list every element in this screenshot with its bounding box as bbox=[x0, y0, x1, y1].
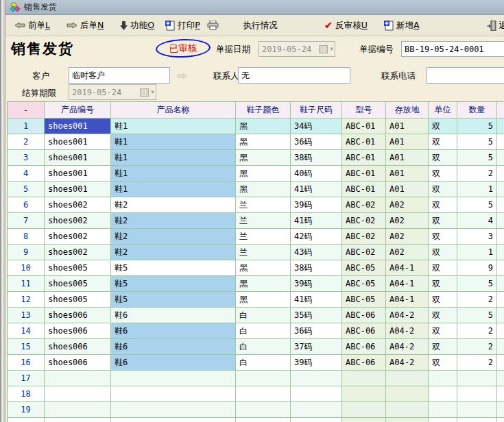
table-cell-size[interactable] bbox=[291, 402, 342, 418]
column-header-size[interactable]: 鞋子尺码 bbox=[291, 102, 342, 119]
table-cell-qty[interactable]: 2 bbox=[457, 339, 497, 355]
table-cell-size[interactable]: 41码 bbox=[291, 182, 342, 197]
table-cell-loc[interactable]: A01 bbox=[386, 150, 429, 166]
table-cell-size[interactable] bbox=[291, 418, 342, 422]
table-cell-model[interactable] bbox=[342, 418, 386, 422]
table-cell-price[interactable] bbox=[497, 371, 504, 386]
table-cell-color[interactable]: 白 bbox=[236, 339, 291, 355]
table-cell-price[interactable] bbox=[497, 245, 504, 260]
table-cell-color[interactable]: 兰 bbox=[236, 197, 291, 213]
table-cell-unit[interactable]: 双 bbox=[429, 276, 457, 292]
column-header-loc[interactable]: 存放地 bbox=[386, 102, 429, 119]
table-cell-num[interactable]: 11 bbox=[8, 276, 45, 292]
table-cell-name[interactable]: 鞋1 bbox=[111, 166, 236, 182]
column-header-code[interactable]: 产品编号 bbox=[45, 102, 111, 119]
table-cell-model[interactable]: ABC-02 bbox=[342, 245, 386, 260]
table-cell-price[interactable] bbox=[497, 292, 504, 308]
table-cell-size[interactable]: 37码 bbox=[291, 339, 342, 355]
table-cell-color[interactable] bbox=[236, 418, 291, 422]
table-cell-color[interactable]: 黑 bbox=[236, 260, 291, 276]
print-button[interactable]: 打印P bbox=[162, 17, 204, 34]
table-cell-code[interactable]: shoes002 bbox=[45, 245, 111, 260]
table-cell-color[interactable] bbox=[236, 371, 291, 386]
table-cell-unit[interactable]: 双 bbox=[429, 323, 457, 339]
table-cell-model[interactable]: ABC-05 bbox=[342, 276, 386, 292]
phone-field[interactable] bbox=[427, 67, 504, 84]
table-cell-unit[interactable]: 双 bbox=[429, 166, 457, 182]
table-cell-qty[interactable]: 1 bbox=[457, 245, 497, 260]
customer-field[interactable]: 临时客户 bbox=[69, 67, 170, 84]
table-cell-loc[interactable]: A04-1 bbox=[386, 292, 429, 308]
picker-hand-icon[interactable] bbox=[177, 72, 188, 79]
table-cell-name[interactable]: 鞋2 bbox=[111, 245, 236, 260]
table-cell-price[interactable] bbox=[497, 229, 504, 245]
table-cell-model[interactable]: ABC-01 bbox=[342, 134, 386, 150]
table-cell-model[interactable]: ABC-02 bbox=[342, 213, 386, 229]
table-cell-qty[interactable]: 2 bbox=[457, 292, 497, 308]
table-cell-loc[interactable]: A02 bbox=[386, 213, 429, 229]
table-cell-qty[interactable] bbox=[457, 371, 497, 386]
functions-button[interactable]: 功能O bbox=[117, 17, 158, 34]
table-cell-code[interactable]: shoes001 bbox=[45, 119, 111, 134]
table-cell-qty[interactable] bbox=[457, 386, 497, 402]
table-cell-unit[interactable]: 双 bbox=[429, 229, 457, 245]
table-cell-size[interactable]: 36码 bbox=[291, 323, 342, 339]
table-cell-qty[interactable]: 4 bbox=[457, 213, 497, 229]
table-cell-qty[interactable]: 5 bbox=[457, 134, 497, 150]
table-cell-code[interactable]: shoes006 bbox=[45, 355, 111, 371]
table-cell-size[interactable]: 39码 bbox=[291, 197, 342, 213]
table-cell-code[interactable]: shoes001 bbox=[45, 150, 111, 166]
table-cell-qty[interactable]: 2 bbox=[457, 355, 497, 371]
table-cell-code[interactable] bbox=[45, 418, 111, 422]
table-cell-qty[interactable] bbox=[457, 418, 497, 422]
table-cell-num[interactable]: 18 bbox=[8, 386, 45, 402]
column-header-model[interactable]: 型号 bbox=[342, 102, 386, 119]
table-cell-price[interactable] bbox=[497, 213, 504, 229]
table-cell-color[interactable]: 兰 bbox=[236, 213, 291, 229]
table-cell-qty[interactable]: 5 bbox=[457, 119, 497, 134]
table-cell-num[interactable]: 3 bbox=[8, 150, 45, 166]
table-cell-color[interactable]: 黑 bbox=[236, 292, 291, 308]
table-cell-name[interactable]: 鞋5 bbox=[111, 276, 236, 292]
table-cell-size[interactable]: 38码 bbox=[291, 150, 342, 166]
table-cell-size[interactable]: 41码 bbox=[291, 213, 342, 229]
table-cell-price[interactable] bbox=[497, 134, 504, 150]
table-cell-qty[interactable]: 1 bbox=[457, 182, 497, 197]
table-cell-qty[interactable]: 9 bbox=[457, 260, 497, 276]
column-header-unit[interactable]: 单位 bbox=[429, 102, 457, 119]
table-cell-color[interactable]: 白 bbox=[236, 308, 291, 323]
table-cell-num[interactable]: 6 bbox=[8, 197, 45, 213]
table-cell-model[interactable]: ABC-05 bbox=[342, 292, 386, 308]
printer-button[interactable] bbox=[204, 17, 222, 34]
column-header-price[interactable]: 单价 bbox=[497, 102, 504, 119]
table-cell-size[interactable]: 38码 bbox=[291, 260, 342, 276]
table-cell-model[interactable]: ABC-02 bbox=[342, 197, 386, 213]
table-cell-loc[interactable]: A01 bbox=[386, 166, 429, 182]
table-cell-unit[interactable]: 双 bbox=[429, 134, 457, 150]
new-doc-button[interactable]: 新增A bbox=[381, 17, 423, 34]
return-button[interactable]: 返回 bbox=[483, 17, 504, 34]
table-cell-qty[interactable]: 2 bbox=[457, 166, 497, 182]
table-cell-color[interactable]: 黑 bbox=[236, 150, 291, 166]
table-cell-price[interactable] bbox=[497, 308, 504, 323]
prev-doc-button[interactable]: 前单L bbox=[11, 17, 53, 34]
table-cell-code[interactable]: shoes001 bbox=[45, 134, 111, 150]
table-cell-unit[interactable] bbox=[429, 418, 457, 422]
table-cell-color[interactable]: 白 bbox=[236, 355, 291, 371]
table-cell-price[interactable] bbox=[497, 197, 504, 213]
table-cell-unit[interactable]: 双 bbox=[429, 213, 457, 229]
calendar-dropdown[interactable]: ▼ bbox=[134, 86, 154, 98]
table-cell-unit[interactable]: 双 bbox=[429, 182, 457, 197]
table-cell-model[interactable]: ABC-02 bbox=[342, 229, 386, 245]
table-cell-name[interactable]: 鞋6 bbox=[111, 339, 236, 355]
table-cell-unit[interactable]: 双 bbox=[429, 150, 457, 166]
table-cell-name[interactable]: 鞋1 bbox=[111, 182, 236, 197]
contact-field[interactable]: 无 bbox=[238, 67, 350, 84]
table-cell-num[interactable]: 20 bbox=[8, 418, 45, 422]
table-cell-price[interactable] bbox=[497, 150, 504, 166]
table-cell-code[interactable]: shoes002 bbox=[45, 213, 111, 229]
table-cell-color[interactable]: 黑 bbox=[236, 276, 291, 292]
table-cell-loc[interactable]: A04-2 bbox=[386, 323, 429, 339]
table-cell-num[interactable]: 16 bbox=[8, 355, 45, 371]
table-cell-loc[interactable] bbox=[386, 386, 429, 402]
